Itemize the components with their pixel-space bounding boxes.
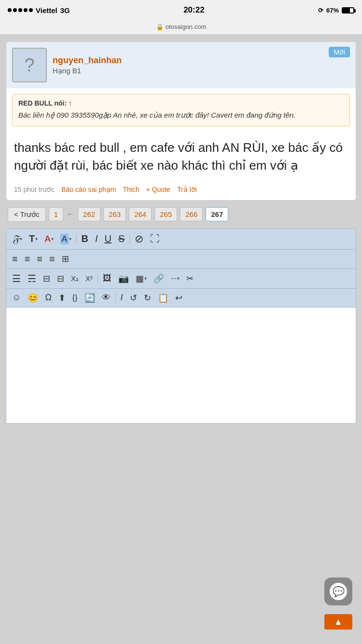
prev-button[interactable]: < Trước <box>8 207 46 222</box>
outdent-button[interactable]: ⊟ <box>40 271 53 286</box>
align-left-button[interactable]: ≡ <box>9 252 21 267</box>
font-size-button[interactable]: T ▾ <box>26 231 41 246</box>
post-body: thanks bác red bull , em cafe với anh AN… <box>6 132 356 182</box>
quote-title: RED BULL nói: ↑ <box>18 99 344 107</box>
hide-button[interactable]: 👁 <box>99 291 113 305</box>
redo-button[interactable]: ↻ <box>141 291 154 305</box>
page-first[interactable]: 1 <box>49 207 63 221</box>
time-display: 20:22 <box>183 5 204 15</box>
image-button[interactable]: 🖼 <box>100 271 114 285</box>
align-center-button[interactable]: ≡ <box>22 252 33 267</box>
table-button[interactable]: ▦▾ <box>133 271 150 286</box>
upload-button[interactable]: ⬆ <box>56 291 69 305</box>
username[interactable]: nguyen_hainhan <box>53 55 350 66</box>
media-button[interactable]: 📷 <box>115 271 132 286</box>
unlink-button[interactable]: ✂ <box>183 271 196 286</box>
battery-label: 67% <box>326 7 339 14</box>
video-button[interactable]: 🔄 <box>82 291 98 305</box>
report-link[interactable]: Báo cáo sai phạm <box>61 186 116 193</box>
lock-icon: 🔒 <box>156 23 164 30</box>
like-link[interactable]: Thich <box>123 186 139 193</box>
clear-italic-button[interactable]: I <box>118 291 126 305</box>
fullscreen-button[interactable]: ⛶ <box>147 231 163 246</box>
remove-format-button[interactable]: ⊘ <box>132 231 146 247</box>
page-264[interactable]: 264 <box>129 207 152 221</box>
new-badge: Mới <box>329 47 350 57</box>
toolbar-row-4: ☺ 😊 Ω ⬆ {} 🔄 👁 I ↺ ↻ 📋 ↩ <box>6 289 356 308</box>
unordered-list-button[interactable]: ☰ <box>9 271 24 286</box>
status-left: Viettel 3G <box>8 6 70 14</box>
ordered-list-button[interactable]: ☴ <box>25 271 39 286</box>
avatar: ? <box>12 48 47 82</box>
page-sep: ← <box>66 209 75 219</box>
italic-button[interactable]: I <box>92 231 101 246</box>
paste-button[interactable]: 📋 <box>155 291 171 305</box>
scroll-top-button[interactable]: ▲ <box>324 614 352 630</box>
code-button[interactable]: {} <box>70 292 81 304</box>
toolbar-row-3: ☰ ☴ ⊟ ⊟ X₂ X² 🖼 📷 ▦▾ 🔗 ⋯▾ ✂ <box>6 269 356 289</box>
horizontal-rule-button[interactable]: ⊞ <box>59 252 72 266</box>
bg-color-button[interactable]: A ▾ <box>57 232 74 246</box>
page-262[interactable]: 262 <box>78 207 100 221</box>
quote-text: Bác liên hệ 090 3935590gặp An nhé, xe củ… <box>18 110 344 121</box>
strikethrough-button[interactable]: S <box>115 231 127 246</box>
quote-link[interactable]: + Quote <box>146 186 170 193</box>
editor-container: 𝔉 ▾ T ▾ A ▾ A ▾ B I U S ⊘ ⛶ <box>6 228 356 424</box>
pagination: < Trước 1 ← 262 263 264 265 266 267 <box>6 207 356 222</box>
scroll-top-icon: ▲ <box>334 617 343 627</box>
page-265[interactable]: 265 <box>154 207 177 221</box>
underline-button[interactable]: U <box>102 231 114 246</box>
superscript-button[interactable]: X² <box>83 272 96 284</box>
link-more-button[interactable]: ⋯▾ <box>168 273 182 284</box>
toolbar-row-2: ≡ ≡ ≡ ≡ ⊞ <box>6 250 356 269</box>
font-family-button[interactable]: 𝔉 ▾ <box>9 231 25 247</box>
align-right-button[interactable]: ≡ <box>34 252 45 267</box>
toolbar-row-1: 𝔉 ▾ T ▾ A ▾ A ▾ B I U S ⊘ ⛶ <box>6 229 356 250</box>
user-info: nguyen_hainhan Hạng B1 <box>53 55 350 75</box>
avatar-placeholder: ? <box>24 55 34 76</box>
page-current[interactable]: 267 <box>206 207 228 221</box>
user-header: ? nguyen_hainhan Hạng B1 Mới <box>6 42 356 88</box>
chat-float-button[interactable]: 💬 <box>324 577 352 605</box>
page-266[interactable]: 266 <box>180 207 203 221</box>
emoji-button[interactable]: 😊 <box>25 291 41 305</box>
post-footer: 15 phút trước Báo cáo sai phạm Thich + Q… <box>6 182 356 200</box>
url-text: otosaigon.com <box>166 23 207 30</box>
restore-button[interactable]: ↩ <box>172 291 185 305</box>
smiley-button[interactable]: ☺ <box>9 291 24 305</box>
align-justify-button[interactable]: ≡ <box>46 252 58 267</box>
post-time: 15 phút trước <box>14 186 55 193</box>
battery-icon <box>342 7 354 13</box>
url-bar[interactable]: 🔒 otosaigon.com <box>0 20 362 35</box>
link-button[interactable]: 🔗 <box>151 271 167 286</box>
font-color-button[interactable]: A ▾ <box>42 232 56 246</box>
editor-area[interactable] <box>6 308 356 423</box>
reply-link[interactable]: Trả lời <box>177 186 197 193</box>
signal-dots <box>8 8 33 12</box>
special-char-button[interactable]: Ω <box>42 291 54 305</box>
rotate-icon: ⟳ <box>318 7 323 14</box>
user-rank: Hạng B1 <box>53 67 350 75</box>
undo-button[interactable]: ↺ <box>127 291 140 305</box>
post-card: ? nguyen_hainhan Hạng B1 Mới RED BULL nó… <box>6 41 356 201</box>
subscript-button[interactable]: X₂ <box>68 272 82 285</box>
chat-icon: 💬 <box>330 583 347 600</box>
carrier-label: Viettel <box>36 6 57 14</box>
status-right: ⟳ 67% <box>318 7 354 14</box>
indent-button[interactable]: ⊟ <box>54 271 67 286</box>
page-263[interactable]: 263 <box>103 207 126 221</box>
network-label: 3G <box>60 6 70 14</box>
main-content: ? nguyen_hainhan Hạng B1 Mới RED BULL nó… <box>0 35 362 430</box>
quote-block: RED BULL nói: ↑ Bác liên hệ 090 3935590g… <box>12 94 350 126</box>
bold-button[interactable]: B <box>79 231 91 246</box>
status-bar: Viettel 3G 20:22 ⟳ 67% <box>0 0 362 20</box>
